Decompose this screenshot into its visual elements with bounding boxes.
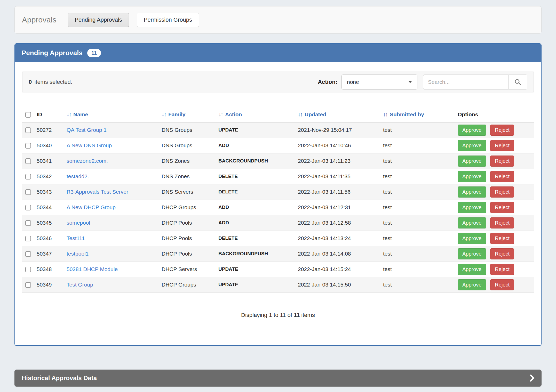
record-link[interactable]: A New DHCP Group <box>67 204 116 210</box>
approve-button[interactable]: Approve <box>458 171 486 182</box>
approve-button[interactable]: Approve <box>458 279 486 290</box>
sort-icon: ↓↑ <box>218 111 223 117</box>
search-group <box>423 75 527 89</box>
cell-family: DNS Groups <box>158 122 215 138</box>
historical-approvals-bar[interactable]: Historical Approvals Data <box>14 370 542 387</box>
reject-button[interactable]: Reject <box>490 264 514 275</box>
row-checkbox[interactable] <box>25 127 31 133</box>
sort-icon: ↓↑ <box>383 111 387 117</box>
cell-action: UPDATE <box>215 277 295 292</box>
record-link[interactable]: R3-Approvals Test Server <box>67 189 128 195</box>
row-checkbox[interactable] <box>25 174 31 179</box>
cell-updated: 2022-Jan-03 14:15:50 <box>295 277 380 292</box>
tab-pending-approvals[interactable]: Pending Approvals <box>68 13 129 27</box>
record-link[interactable]: QA Test Group 1 <box>67 127 107 133</box>
cell-options: Approve Reject <box>455 122 534 138</box>
cell-submitted-by: test <box>380 231 455 246</box>
approve-button[interactable]: Approve <box>458 202 486 213</box>
column-label: Action <box>225 111 242 117</box>
record-link[interactable]: testadd2. <box>67 173 89 179</box>
column-header-family[interactable]: ↓↑Family <box>158 107 215 122</box>
cell-name: testpool1 <box>63 246 158 262</box>
record-link[interactable]: 50281 DHCP Module <box>67 266 118 272</box>
cell-family: DHCP Pools <box>158 246 215 262</box>
summary-count: 11 <box>294 312 300 318</box>
row-checkbox[interactable] <box>25 220 31 226</box>
cell-action: BACKGROUNDPUSH <box>215 153 295 169</box>
column-header-action[interactable]: ↓↑Action <box>215 107 295 122</box>
reject-button[interactable]: Reject <box>490 156 514 167</box>
row-checkbox[interactable] <box>25 143 31 149</box>
column-label: Updated <box>305 111 326 117</box>
cell-updated: 2022-Jan-03 14:11:23 <box>295 153 380 169</box>
reject-button[interactable]: Reject <box>490 248 514 259</box>
approve-button[interactable]: Approve <box>458 264 486 275</box>
reject-button[interactable]: Reject <box>490 217 514 228</box>
column-header-submitted[interactable]: ↓↑Submitted by <box>380 107 455 122</box>
row-checkbox[interactable] <box>25 267 31 272</box>
approve-button[interactable]: Approve <box>458 140 486 151</box>
reject-button[interactable]: Reject <box>490 171 514 182</box>
row-checkbox[interactable] <box>25 158 31 164</box>
reject-button[interactable]: Reject <box>490 186 514 198</box>
record-link[interactable]: testpool1 <box>67 251 89 257</box>
table-row: 50342 testadd2. DNS Zones DELETE 2022-Ja… <box>22 169 534 184</box>
historical-approvals-title: Historical Approvals Data <box>22 374 97 382</box>
table-header-row: ID↓↑Name↓↑Family↓↑Action↓↑Updated↓↑Submi… <box>22 107 534 122</box>
approve-button[interactable]: Approve <box>458 248 486 259</box>
record-link[interactable]: A New DNS Group <box>67 142 112 148</box>
record-link[interactable]: somepool <box>67 220 90 226</box>
cell-submitted-by: test <box>380 122 455 138</box>
select-all-checkbox[interactable] <box>25 112 31 118</box>
cell-family: DHCP Groups <box>158 277 215 292</box>
row-checkbox[interactable] <box>25 189 31 195</box>
search-button[interactable] <box>508 75 527 89</box>
approve-button[interactable]: Approve <box>458 233 486 244</box>
approve-button[interactable]: Approve <box>458 125 486 136</box>
table-row: 50343 R3-Approvals Test Server DNS Serve… <box>22 184 534 200</box>
cell-id: 50347 <box>34 246 63 262</box>
reject-button[interactable]: Reject <box>490 233 514 244</box>
action-select[interactable]: none <box>341 75 417 89</box>
cell-updated: 2022-Jan-03 14:15:24 <box>295 262 380 277</box>
cell-options: Approve Reject <box>455 215 534 231</box>
column-header-updated[interactable]: ↓↑Updated <box>295 107 380 122</box>
column-header-name[interactable]: ↓↑Name <box>63 107 158 122</box>
cell-name: Test111 <box>63 231 158 246</box>
cell-id: 50342 <box>34 169 63 184</box>
cell-family: DHCP Groups <box>158 200 215 215</box>
row-checkbox[interactable] <box>25 205 31 210</box>
row-checkbox[interactable] <box>25 251 31 257</box>
approve-button[interactable]: Approve <box>458 217 486 228</box>
page: Approvals Pending Approvals Permission G… <box>0 0 556 387</box>
record-link[interactable]: somezone2.com. <box>67 158 108 164</box>
cell-name: R3-Approvals Test Server <box>63 184 158 200</box>
row-checkbox[interactable] <box>25 236 31 241</box>
cell-submitted-by: test <box>380 246 455 262</box>
row-checkbox[interactable] <box>25 282 31 288</box>
record-link[interactable]: Test Group <box>67 282 93 288</box>
tab-permission-groups[interactable]: Permission Groups <box>137 13 199 27</box>
column-label: Family <box>168 111 186 117</box>
cell-submitted-by: test <box>380 262 455 277</box>
table-summary: Displaying 1 to 11 of 11 items <box>22 312 534 345</box>
cell-id: 50340 <box>34 138 63 153</box>
summary-prefix: Displaying 1 to 11 of <box>241 312 292 318</box>
cell-family: DHCP Servers <box>158 262 215 277</box>
reject-button[interactable]: Reject <box>490 140 514 151</box>
search-input[interactable] <box>423 75 508 89</box>
cell-options: Approve Reject <box>455 200 534 215</box>
record-link[interactable]: Test111 <box>67 235 85 241</box>
cell-options: Approve Reject <box>455 246 534 262</box>
approve-button[interactable]: Approve <box>458 186 486 198</box>
cell-name: A New DNS Group <box>63 138 158 153</box>
reject-button[interactable]: Reject <box>490 279 514 290</box>
count-badge: 11 <box>87 49 101 57</box>
table-row: 50348 50281 DHCP Module DHCP Servers UPD… <box>22 262 534 277</box>
reject-button[interactable]: Reject <box>490 125 514 136</box>
cell-family: DNS Zones <box>158 153 215 169</box>
cell-id: 50349 <box>34 277 63 292</box>
reject-button[interactable]: Reject <box>490 202 514 213</box>
approve-button[interactable]: Approve <box>458 156 486 167</box>
column-label: ID <box>37 111 42 117</box>
